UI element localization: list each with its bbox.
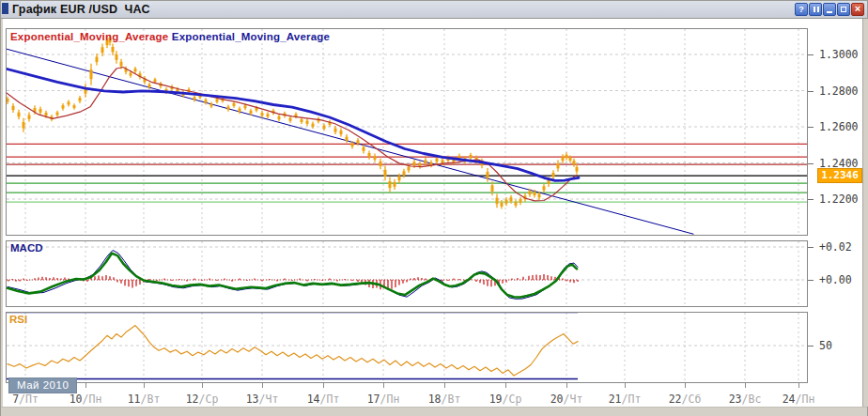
axis-tick [808, 127, 814, 128]
axis-tick [808, 346, 814, 347]
macd-panel[interactable] [6, 240, 808, 307]
axis-tick [808, 163, 814, 164]
time-axis-label: 7/Пт [12, 393, 39, 406]
macd-axis-label: +0.02 [819, 240, 852, 254]
price-axis-label: 1.2800 [819, 85, 859, 98]
time-axis-label: 19/Ср [489, 393, 522, 406]
time-axis-label: 13/Чт [246, 393, 279, 406]
time-axis: 7/Пт10/Пн11/Вт12/Ср13/Чт14/Пт17/Пн18/Вт1… [1, 391, 809, 406]
time-axis-tick [745, 383, 746, 388]
price-axis: 1.30001.28001.26001.24001.2200+0.02+0.00… [808, 19, 862, 407]
axis-tick [808, 247, 814, 248]
price-chart-canvas [7, 29, 807, 235]
window-bottom-edge [1, 407, 867, 416]
window-icon [2, 3, 8, 14]
macd-axis-label: +0.00 [819, 273, 852, 286]
time-axis-tick [144, 383, 145, 388]
price-chart-panel[interactable] [6, 28, 808, 236]
axis-tick [808, 54, 814, 55]
pause-button[interactable] [809, 3, 822, 16]
time-axis-label: 17/Пн [367, 393, 400, 406]
time-axis-label: 22/Сб [669, 393, 702, 406]
time-axis-label: 23/Вс [729, 393, 762, 406]
time-axis-tick [85, 383, 86, 388]
macd-label: MACD [10, 242, 43, 254]
help-button[interactable]: ? [795, 3, 808, 16]
time-axis-tick [383, 383, 384, 388]
month-badge: Май 2010 [8, 377, 77, 393]
rsi-panel[interactable] [6, 312, 808, 383]
axis-tick [808, 280, 814, 281]
price-axis-label: 1.2600 [819, 120, 859, 133]
price-axis-label: 1.3000 [819, 48, 859, 61]
price-axis-label: 1.2200 [819, 193, 859, 206]
maximize-button[interactable] [837, 3, 850, 16]
time-axis-label: 12/Ср [186, 393, 219, 406]
time-axis-tick [685, 383, 686, 388]
time-axis-label: 24/Пн [783, 393, 815, 406]
window-right-edge [862, 19, 868, 407]
time-axis-label: 11/Вт [128, 393, 161, 406]
axis-tick [808, 91, 814, 92]
chart-window: График EUR /USD ЧАС ?× Exponential_Movin… [0, 0, 868, 416]
time-axis-label: 14/Пт [307, 393, 340, 406]
time-axis-tick [323, 383, 324, 388]
title-bar[interactable]: График EUR /USD ЧАС ?× [1, 1, 867, 19]
time-axis-label: 20/Чт [550, 393, 583, 406]
legend-ema-fast: Exponential_Moving_Average [10, 31, 168, 42]
rsi-canvas [7, 313, 807, 382]
time-axis-tick [798, 383, 799, 388]
macd-canvas [7, 241, 807, 306]
axis-tick [808, 199, 814, 200]
close-button[interactable]: × [851, 3, 864, 16]
time-axis-label: 21/Пт [609, 393, 642, 406]
minimize-button[interactable] [823, 3, 836, 16]
time-axis-tick [566, 383, 567, 388]
legend-ema-slow: Exponential_Moving_Average [172, 31, 330, 42]
current-price-badge: 1.2346 [817, 168, 862, 183]
time-axis-tick [505, 383, 506, 388]
time-axis-tick [444, 383, 445, 388]
time-axis-tick [625, 383, 626, 388]
rsi-axis-label: 50 [819, 339, 832, 352]
rsi-label: RSI [9, 314, 27, 325]
time-axis-tick [202, 383, 203, 388]
time-axis-label: 18/Вт [428, 393, 461, 406]
time-axis-label: 10/Пн [70, 393, 102, 406]
indicator-legend: Exponential_Moving_Average Exponential_M… [10, 31, 330, 42]
window-title: График EUR /USD ЧАС [12, 3, 150, 16]
time-axis-tick [262, 383, 263, 388]
